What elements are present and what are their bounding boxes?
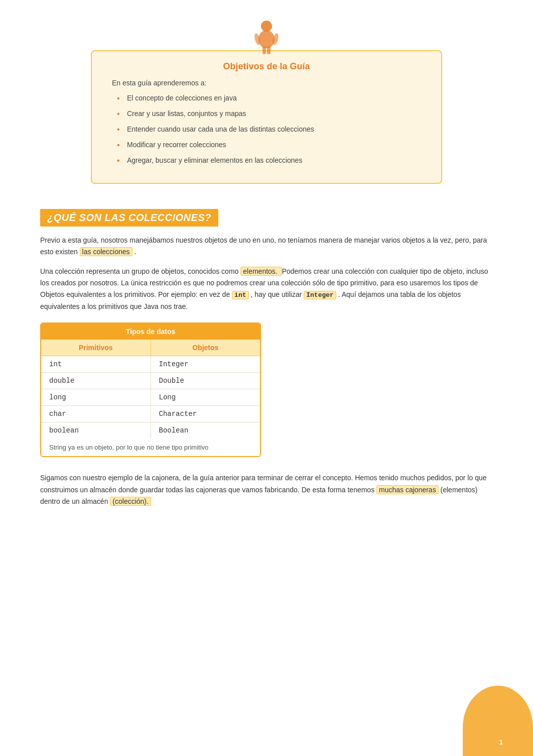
- section1-heading-text: ¿QUÉ SON LAS COLECCIONES?: [47, 212, 211, 223]
- table-cell-objeto: Double: [151, 373, 260, 389]
- data-types-table: Tipos de datos Primitivos Objetos intInt…: [40, 322, 261, 458]
- table-row: doubleDouble: [41, 373, 260, 389]
- table-row: longLong: [41, 389, 260, 406]
- table-title: Tipos de datos: [41, 323, 260, 340]
- section1-paragraph2: Una colección representa un grupo de obj…: [40, 266, 493, 312]
- elementos-highlight: elementos.: [240, 267, 282, 276]
- objectives-box: Objetivos de la Guía En esta guía aprend…: [91, 50, 442, 184]
- table-cell-objeto: Boolean: [151, 422, 260, 439]
- integer-highlight: Integer: [304, 291, 336, 299]
- table-cell-primitivo: long: [41, 389, 151, 405]
- objectives-list-item: Entender cuando usar cada una de las dis…: [117, 124, 421, 135]
- table-note: String ya es un objeto, por lo que no ti…: [41, 439, 260, 457]
- col-objetos: Objetos: [151, 340, 260, 356]
- table-cell-primitivo: int: [41, 356, 151, 372]
- col-primitivos: Primitivos: [41, 340, 151, 356]
- svg-rect-4: [262, 46, 266, 54]
- table-cell-objeto: Long: [151, 389, 260, 405]
- table-subheader: Primitivos Objetos: [41, 340, 260, 356]
- objectives-list-item: Crear y usar listas, conjuntos y mapas: [117, 109, 421, 119]
- coleccion-highlight2: (colección).: [110, 497, 151, 506]
- objectives-list-item: El concepto de colecciones en java: [117, 93, 421, 103]
- section1-bottom-paragraph: Sigamos con nuestro ejemplo de la cajone…: [40, 472, 493, 507]
- page-number: 1: [499, 738, 503, 746]
- svg-point-0: [261, 21, 272, 32]
- objectives-intro: En esta guía aprenderemos a:: [112, 79, 421, 87]
- colecciones-highlight: las colecciones: [80, 247, 132, 256]
- bottom-decoration: [463, 686, 533, 756]
- objectives-list: El concepto de colecciones en javaCrear …: [112, 93, 421, 166]
- section1-heading-box: ¿QUÉ SON LAS COLECCIONES?: [40, 209, 218, 227]
- int-highlight: int: [232, 291, 248, 299]
- objectives-list-item: Agregar, buscar y eliminar elementos en …: [117, 155, 421, 166]
- table-cell-primitivo: double: [41, 373, 151, 389]
- section1-paragraph1: Previo a esta guía, nosotros manejábamos…: [40, 235, 493, 258]
- table-cell-primitivo: boolean: [41, 422, 151, 439]
- top-figure: [40, 20, 493, 55]
- svg-point-1: [258, 30, 275, 48]
- table-row: intInteger: [41, 356, 260, 373]
- table-rows: intIntegerdoubleDoublelongLongcharCharac…: [41, 356, 260, 439]
- page-container: Objetivos de la Guía En esta guía aprend…: [0, 0, 533, 756]
- objectives-title: Objetivos de la Guía: [112, 61, 421, 72]
- table-cell-objeto: Character: [151, 406, 260, 422]
- table-row: charCharacter: [41, 406, 260, 422]
- table-cell-objeto: Integer: [151, 356, 260, 372]
- cajoneras-highlight: muchas cajoneras: [376, 485, 439, 494]
- table-row: booleanBoolean: [41, 422, 260, 439]
- objectives-list-item: Modificar y recorrer colecciones: [117, 140, 421, 150]
- svg-rect-5: [267, 46, 271, 54]
- table-cell-primitivo: char: [41, 406, 151, 422]
- person-icon: [251, 20, 282, 55]
